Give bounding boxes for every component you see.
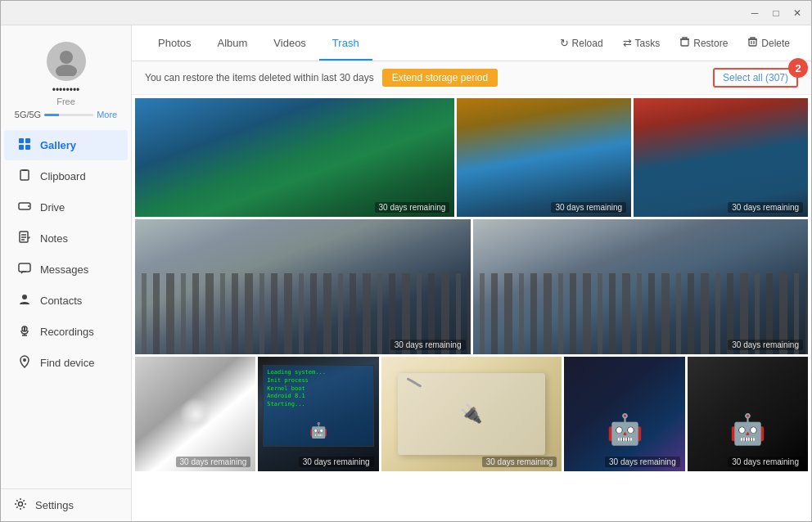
content-area: Photos Album Videos Trash ↻ Reload ⇄ Tas… (132, 25, 811, 521)
reload-button[interactable]: ↻ Reload (552, 33, 611, 53)
svg-point-20 (23, 358, 26, 362)
drive-icon (17, 200, 32, 215)
extend-storage-button[interactable]: Extend storage period (382, 69, 498, 87)
gallery-item-phone2[interactable]: Loading system...Init processKernel boot… (258, 357, 378, 471)
sidebar-messages-label: Messages (40, 263, 88, 276)
android-icon-2: 🤖 (729, 412, 766, 447)
timestamp-city2: 30 days remaining (728, 340, 803, 350)
svg-rect-2 (19, 138, 24, 143)
sidebar-item-drive[interactable]: Drive (4, 192, 128, 223)
sidebar-nav: Gallery Clipboard (1, 126, 131, 488)
tasks-icon: ⇄ (623, 37, 632, 49)
tasks-button[interactable]: ⇄ Tasks (615, 33, 669, 53)
timestamp-phone2: 30 days remaining (299, 457, 374, 467)
contacts-icon (17, 293, 32, 308)
svg-rect-23 (749, 39, 756, 46)
tab-videos[interactable]: Videos (260, 27, 319, 61)
gallery-item-lake1[interactable]: 30 days remaining (457, 98, 631, 217)
gallery: 30 days remaining 30 days remaining 30 d… (132, 95, 811, 521)
sidebar-clipboard-label: Clipboard (40, 170, 86, 182)
recordings-icon (17, 324, 32, 340)
selection-badge: 2 (788, 58, 808, 78)
timestamp-lake2: 30 days remaining (728, 202, 803, 213)
svg-rect-6 (20, 170, 29, 180)
gallery-row-3: 30 days remaining Loading system...Init … (135, 357, 808, 471)
svg-rect-3 (25, 138, 30, 143)
finddevice-icon (17, 355, 32, 371)
topnav-tabs: Photos Album Videos Trash (145, 27, 552, 60)
sidebar-item-gallery[interactable]: Gallery (4, 130, 128, 160)
delete-button[interactable]: Delete (739, 33, 798, 54)
avatar (47, 42, 86, 81)
svg-rect-4 (19, 145, 24, 150)
settings-icon (14, 497, 27, 513)
tab-photos[interactable]: Photos (145, 27, 204, 61)
window-controls: ─ □ ✕ (747, 6, 805, 20)
restore-button[interactable]: Restore (671, 33, 736, 54)
profile-storage: 5G/5G More (15, 110, 117, 119)
gallery-item-city1[interactable]: 30 days remaining (135, 219, 471, 354)
sidebar-item-settings[interactable]: Settings (1, 488, 131, 521)
svg-rect-14 (19, 263, 30, 272)
gallery-item-ocean[interactable]: 30 days remaining (135, 98, 454, 217)
select-all-button[interactable]: Select all (307) 2 (713, 68, 798, 88)
settings-label: Settings (35, 499, 74, 511)
maximize-button[interactable]: □ (769, 6, 783, 20)
gallery-row-2: 30 days remaining 30 days remaining (135, 219, 808, 354)
notification-bar: You can restore the items deleted within… (132, 61, 811, 95)
gallery-item-usb[interactable]: 🔌 30 days remaining (381, 357, 562, 471)
svg-point-21 (19, 502, 23, 506)
sidebar-item-notes[interactable]: Notes (4, 223, 128, 254)
android-icon-1: 🤖 (607, 412, 643, 447)
sidebar-item-contacts[interactable]: Contacts (4, 286, 128, 316)
delete-icon (747, 37, 758, 50)
sidebar-contacts-label: Contacts (40, 295, 82, 307)
sidebar-profile: •••••••• Free 5G/5G More (1, 32, 131, 126)
gallery-item-city2[interactable]: 30 days remaining (473, 219, 809, 354)
titlebar: ─ □ ✕ (1, 1, 811, 25)
svg-point-1 (56, 65, 77, 76)
sidebar-drive-label: Drive (40, 201, 65, 214)
tab-album[interactable]: Album (204, 27, 260, 61)
restore-icon (679, 37, 690, 50)
svg-rect-5 (25, 145, 30, 150)
topnav-actions: ↻ Reload ⇄ Tasks Restore (552, 33, 798, 54)
sidebar-item-messages[interactable]: Messages (4, 254, 128, 285)
notification-message: You can restore the items deleted within… (145, 72, 374, 83)
gallery-row-1: 30 days remaining 30 days remaining 30 d… (135, 98, 808, 217)
timestamp-usb: 30 days remaining (482, 457, 557, 467)
storage-label: 5G/5G (15, 110, 41, 119)
timestamp-lake1: 30 days remaining (551, 202, 626, 213)
messages-icon (17, 262, 32, 277)
sidebar-item-clipboard[interactable]: Clipboard (4, 161, 128, 191)
more-link[interactable]: More (97, 110, 117, 119)
minimize-button[interactable]: ─ (747, 6, 762, 20)
gallery-item-android1[interactable]: 🤖 30 days remaining (564, 357, 684, 471)
gallery-item-lake2[interactable]: 30 days remaining (634, 98, 808, 217)
svg-point-9 (28, 205, 29, 207)
svg-rect-17 (24, 326, 25, 331)
storage-bar (44, 114, 93, 116)
profile-plan: Free (56, 97, 75, 106)
svg-point-0 (60, 51, 73, 64)
close-button[interactable]: ✕ (790, 6, 805, 20)
svg-rect-22 (681, 39, 688, 46)
timestamp-city1: 30 days remaining (390, 340, 466, 350)
svg-point-15 (22, 295, 27, 299)
sidebar-item-finddevice[interactable]: Find device (4, 348, 128, 378)
sidebar: •••••••• Free 5G/5G More Gallery (1, 25, 132, 521)
timestamp-android1: 30 days remaining (605, 457, 680, 467)
svg-rect-7 (22, 169, 27, 171)
tab-trash[interactable]: Trash (319, 27, 372, 61)
sidebar-item-recordings[interactable]: Recordings (4, 317, 128, 347)
notes-icon (17, 231, 32, 246)
gallery-item-phone1[interactable]: 30 days remaining (135, 357, 255, 471)
clipboard-icon (17, 169, 32, 184)
timestamp-phone1: 30 days remaining (176, 457, 251, 467)
app-container: •••••••• Free 5G/5G More Gallery (1, 25, 811, 521)
topnav: Photos Album Videos Trash ↻ Reload ⇄ Tas… (132, 25, 811, 61)
reload-icon: ↻ (560, 37, 569, 49)
timestamp-ocean: 30 days remaining (375, 202, 450, 213)
gallery-item-android2[interactable]: 🤖 30 days remaining (688, 357, 808, 471)
sidebar-notes-label: Notes (40, 232, 68, 245)
